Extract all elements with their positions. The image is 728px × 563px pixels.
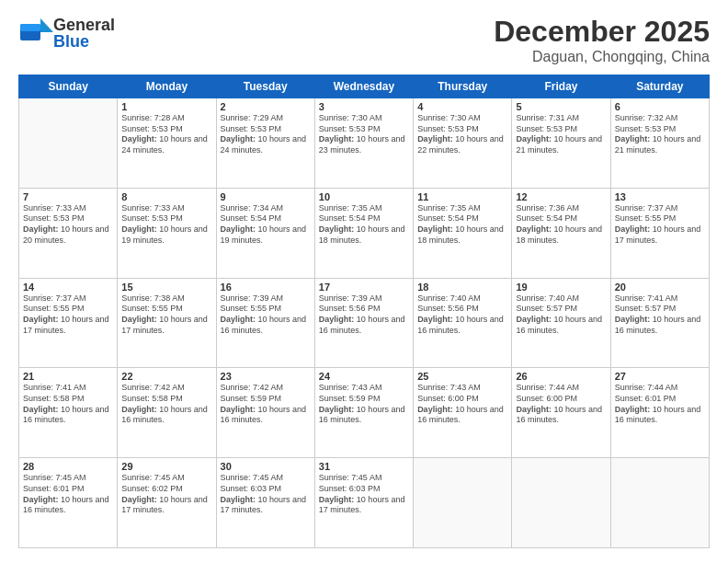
title-section: December 2025 Daguan, Chongqing, China xyxy=(494,15,710,65)
day-number: 25 xyxy=(417,371,507,382)
sunset-text: Sunset: 5:53 PM xyxy=(615,124,677,133)
calendar-cell: 13Sunrise: 7:37 AMSunset: 5:55 PMDayligh… xyxy=(610,188,709,278)
cell-content: Sunrise: 7:33 AMSunset: 5:53 PMDaylight:… xyxy=(23,203,113,247)
calendar-cell: 5Sunrise: 7:31 AMSunset: 5:53 PMDaylight… xyxy=(512,98,610,189)
sunrise-text: Sunrise: 7:31 AM xyxy=(516,113,579,122)
cell-content: Sunrise: 7:45 AMSunset: 6:03 PMDaylight:… xyxy=(319,473,409,516)
day-number: 20 xyxy=(615,282,705,293)
calendar-table: SundayMondayTuesdayWednesdayThursdayFrid… xyxy=(18,75,710,548)
sunset-text: Sunset: 5:54 PM xyxy=(319,213,381,223)
calendar-cell: 18Sunrise: 7:40 AMSunset: 5:56 PMDayligh… xyxy=(414,278,512,368)
sunrise-text: Sunrise: 7:28 AM xyxy=(121,113,185,122)
calendar-cell: 4Sunrise: 7:30 AMSunset: 5:53 PMDaylight… xyxy=(414,98,512,189)
sunset-text: Sunset: 6:02 PM xyxy=(121,484,183,493)
cell-content: Sunrise: 7:40 AMSunset: 5:57 PMDaylight:… xyxy=(516,293,606,337)
calendar-cell: 10Sunrise: 7:35 AMSunset: 5:54 PMDayligh… xyxy=(314,188,413,278)
cell-content: Sunrise: 7:30 AMSunset: 5:53 PMDaylight:… xyxy=(319,113,409,156)
day-number: 18 xyxy=(417,282,507,293)
sunset-text: Sunset: 6:03 PM xyxy=(319,484,381,493)
cell-content: Sunrise: 7:36 AMSunset: 5:54 PMDaylight:… xyxy=(516,203,606,247)
calendar-cell: 20Sunrise: 7:41 AMSunset: 5:57 PMDayligh… xyxy=(610,278,709,368)
sunrise-text: Sunrise: 7:39 AM xyxy=(319,293,382,303)
calendar-cell: 16Sunrise: 7:39 AMSunset: 5:55 PMDayligh… xyxy=(216,278,314,368)
logo-blue-text: Blue xyxy=(53,33,115,50)
sunset-text: Sunset: 5:53 PM xyxy=(319,124,381,133)
daylight-label: Daylight: xyxy=(615,224,651,234)
day-number: 28 xyxy=(23,461,113,472)
sunrise-text: Sunrise: 7:44 AM xyxy=(615,383,678,392)
sunset-text: Sunset: 6:00 PM xyxy=(516,394,577,403)
sunset-text: Sunset: 5:59 PM xyxy=(221,394,282,403)
daylight-label: Daylight: xyxy=(23,495,59,504)
daylight-label: Daylight: xyxy=(121,315,157,324)
day-number: 9 xyxy=(221,191,311,202)
day-number: 23 xyxy=(221,371,311,382)
cell-content: Sunrise: 7:45 AMSunset: 6:02 PMDaylight:… xyxy=(121,473,211,516)
day-number: 5 xyxy=(516,101,606,112)
calendar-cell: 28Sunrise: 7:45 AMSunset: 6:01 PMDayligh… xyxy=(19,458,118,548)
calendar-cell: 8Sunrise: 7:33 AMSunset: 5:53 PMDaylight… xyxy=(118,188,216,278)
daylight-label: Daylight: xyxy=(221,495,256,504)
logo-general-text: General xyxy=(53,17,115,33)
cell-content: Sunrise: 7:33 AMSunset: 5:53 PMDaylight:… xyxy=(121,203,211,247)
sunrise-text: Sunrise: 7:45 AM xyxy=(319,473,382,482)
calendar-cell: 17Sunrise: 7:39 AMSunset: 5:56 PMDayligh… xyxy=(314,278,413,368)
weekday-header-row: SundayMondayTuesdayWednesdayThursdayFrid… xyxy=(19,75,710,98)
daylight-label: Daylight: xyxy=(615,405,651,414)
day-number: 29 xyxy=(121,461,211,472)
day-number: 22 xyxy=(121,371,211,382)
daylight-label: Daylight: xyxy=(417,134,453,144)
day-number: 4 xyxy=(417,101,507,112)
sunrise-text: Sunrise: 7:45 AM xyxy=(23,473,86,482)
week-row-1: 7Sunrise: 7:33 AMSunset: 5:53 PMDaylight… xyxy=(19,188,710,278)
calendar-cell: 24Sunrise: 7:43 AMSunset: 5:59 PMDayligh… xyxy=(314,368,413,458)
cell-content: Sunrise: 7:34 AMSunset: 5:54 PMDaylight:… xyxy=(221,203,311,247)
day-number: 7 xyxy=(23,191,113,202)
daylight-label: Daylight: xyxy=(23,224,59,234)
daylight-label: Daylight: xyxy=(319,315,355,324)
sunset-text: Sunset: 6:00 PM xyxy=(417,394,479,403)
sunrise-text: Sunrise: 7:45 AM xyxy=(221,473,284,482)
cell-content: Sunrise: 7:32 AMSunset: 5:53 PMDaylight:… xyxy=(615,113,705,156)
sunset-text: Sunset: 5:57 PM xyxy=(516,304,577,313)
sunset-text: Sunset: 5:58 PM xyxy=(23,394,85,403)
daylight-label: Daylight: xyxy=(319,405,355,414)
sunset-text: Sunset: 5:53 PM xyxy=(121,124,183,133)
day-number: 8 xyxy=(121,191,211,202)
sunset-text: Sunset: 5:53 PM xyxy=(221,124,282,133)
header: General Blue December 2025 Daguan, Chong… xyxy=(18,15,710,65)
week-row-3: 21Sunrise: 7:41 AMSunset: 5:58 PMDayligh… xyxy=(19,368,710,458)
day-number: 6 xyxy=(615,101,705,112)
svg-rect-2 xyxy=(20,24,40,31)
calendar-cell xyxy=(19,98,118,189)
sunrise-text: Sunrise: 7:33 AM xyxy=(23,203,86,213)
sunset-text: Sunset: 5:55 PM xyxy=(121,304,183,313)
sunset-text: Sunset: 5:54 PM xyxy=(221,213,282,223)
sunset-text: Sunset: 5:55 PM xyxy=(23,304,85,313)
sunrise-text: Sunrise: 7:35 AM xyxy=(319,203,382,213)
sunrise-text: Sunrise: 7:44 AM xyxy=(516,383,579,392)
sunrise-text: Sunrise: 7:36 AM xyxy=(516,203,579,213)
sunrise-text: Sunrise: 7:45 AM xyxy=(121,473,185,482)
cell-content: Sunrise: 7:41 AMSunset: 5:57 PMDaylight:… xyxy=(615,293,705,337)
sunset-text: Sunset: 5:54 PM xyxy=(516,213,577,223)
day-number: 14 xyxy=(23,282,113,293)
weekday-header-sunday: Sunday xyxy=(19,75,118,98)
daylight-label: Daylight: xyxy=(221,134,256,144)
sunset-text: Sunset: 5:53 PM xyxy=(23,213,85,223)
weekday-header-monday: Monday xyxy=(118,75,216,98)
cell-content: Sunrise: 7:38 AMSunset: 5:55 PMDaylight:… xyxy=(121,293,211,337)
sunset-text: Sunset: 5:55 PM xyxy=(615,213,677,223)
cell-content: Sunrise: 7:42 AMSunset: 5:59 PMDaylight:… xyxy=(221,383,311,426)
cell-content: Sunrise: 7:41 AMSunset: 5:58 PMDaylight:… xyxy=(23,383,113,426)
daylight-label: Daylight: xyxy=(516,315,552,324)
calendar-cell: 26Sunrise: 7:44 AMSunset: 6:00 PMDayligh… xyxy=(512,368,610,458)
sunrise-text: Sunrise: 7:40 AM xyxy=(417,293,481,303)
sunset-text: Sunset: 5:55 PM xyxy=(221,304,282,313)
day-number: 30 xyxy=(221,461,311,472)
calendar-cell: 2Sunrise: 7:29 AMSunset: 5:53 PMDaylight… xyxy=(216,98,314,189)
weekday-header-saturday: Saturday xyxy=(610,75,709,98)
calendar-cell: 12Sunrise: 7:36 AMSunset: 5:54 PMDayligh… xyxy=(512,188,610,278)
calendar-cell: 23Sunrise: 7:42 AMSunset: 5:59 PMDayligh… xyxy=(216,368,314,458)
svg-marker-1 xyxy=(40,18,53,32)
